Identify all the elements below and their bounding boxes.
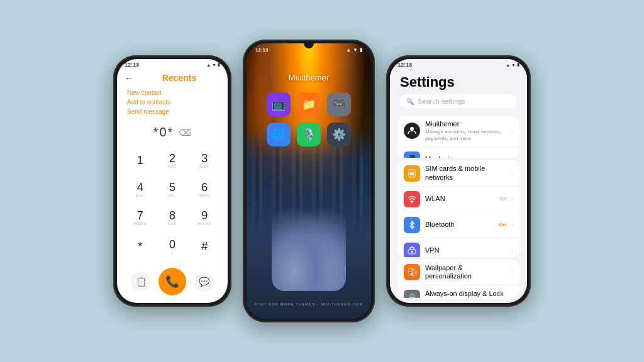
vpn-label: VPN — [425, 246, 506, 255]
bluetooth-label: Bluetooth — [425, 221, 494, 229]
battery-icon: ▮ — [218, 62, 220, 67]
dialer-screen: 12:13 ▲ ▼ ▮ ← Recents New contact Add to… — [117, 59, 228, 303]
vpn-text: VPN — [425, 246, 506, 255]
settings-item-wallpaper[interactable]: 🎨 Wallpaper & personalization › — [397, 260, 519, 285]
back-button[interactable]: ← — [125, 73, 133, 83]
settings-item-mydevice[interactable]: 📱 My device MIUI 12.5.5 › — [397, 147, 519, 158]
sim-text: SIM cards & mobile networks — [425, 165, 506, 181]
settings-title: Settings — [400, 74, 517, 90]
home-apps-row1: 📺 📁 🎮 — [247, 92, 371, 116]
dialer-keypad: 1 2ABC 3DEF 4GHI 5JKL 6MNO 7PQRS 8TUV 9W… — [117, 145, 228, 263]
signal-icon: ▲ — [206, 63, 211, 67]
wallpaper-icon: 🎨 — [404, 264, 420, 280]
battery-home-icon: ▮ — [360, 47, 362, 53]
account-label: Miuithemer — [425, 120, 506, 128]
key-5[interactable]: 5JKL — [157, 176, 187, 204]
key-8[interactable]: 8TUV — [157, 204, 187, 232]
settings-list: Miuithemer Manage accounts, cloud servic… — [390, 111, 527, 303]
key-4[interactable]: 4GHI — [125, 176, 155, 204]
app-icon-5[interactable]: 🎙️ — [297, 123, 321, 146]
status-icons-dialer: ▲ ▼ ▮ — [206, 62, 220, 67]
search-input[interactable]: Search settings — [418, 97, 465, 105]
wlan-text: WLAN — [425, 195, 494, 203]
search-icon: 🔍 — [406, 98, 414, 105]
backspace-button[interactable]: ⌫ — [179, 128, 191, 138]
home-user-label: Miuithemer — [247, 73, 371, 82]
contacts-button[interactable]: 📋 — [131, 272, 151, 292]
mydevice-text: My device — [425, 155, 475, 158]
svg-point-0 — [410, 127, 414, 131]
svg-rect-2 — [410, 172, 414, 175]
settings-item-vpn[interactable]: VPN › — [397, 238, 519, 257]
wlan-toggle: Off — [499, 196, 506, 202]
phone-settings: 12:13 ▲ ▼ ▮ Settings 🔍 Search settings — [386, 55, 531, 307]
settings-item-sim[interactable]: SIM cards & mobile networks › — [397, 160, 519, 186]
bluetooth-text: Bluetooth — [425, 221, 494, 229]
time-settings: 12:13 — [397, 62, 412, 68]
key-7[interactable]: 7PQRS — [125, 204, 155, 232]
key-3[interactable]: 3DEF — [189, 147, 220, 175]
app-icon-4[interactable]: 🌐 — [267, 123, 291, 146]
mydevice-badge: MIUI 12.5.5 — [480, 156, 506, 158]
phone-home: 12:13 ▲ ▼ ▮ Miuithemer 📺 📁 🎮 — [243, 40, 375, 322]
settings-account-card: Miuithemer Manage accounts, cloud servic… — [397, 116, 519, 158]
wlan-label: WLAN — [425, 195, 494, 203]
settings-network-card: SIM cards & mobile networks › WLAN Off — [397, 160, 519, 256]
add-to-contacts-action[interactable]: Add to contacts — [127, 99, 218, 106]
svg-point-3 — [411, 202, 413, 204]
wlan-icon — [404, 191, 420, 207]
new-contact-action[interactable]: New contact — [127, 89, 218, 96]
wallpaper-label: Wallpaper & personalization — [425, 264, 506, 280]
key-2[interactable]: 2ABC — [157, 147, 187, 175]
svg-point-5 — [411, 251, 413, 253]
home-screen: 12:13 ▲ ▼ ▮ Miuithemer 📺 📁 🎮 — [247, 43, 371, 319]
app-icon-2[interactable]: 📁 — [297, 92, 321, 116]
send-message-action[interactable]: Send message — [127, 108, 218, 115]
settings-item-wlan[interactable]: WLAN Off › — [397, 187, 519, 212]
bluetooth-arrow-icon: › — [511, 221, 513, 228]
wallpaper-text: Wallpaper & personalization — [425, 264, 506, 280]
signal-home-icon: ▲ — [346, 47, 351, 53]
app-icon-1[interactable]: 📺 — [267, 92, 291, 116]
wifi-icon: ▼ — [212, 63, 216, 67]
dialer-display: *0* ⌫ — [117, 120, 228, 145]
key-1[interactable]: 1 — [125, 147, 155, 175]
app-icon-6[interactable]: ⚙️ — [327, 123, 351, 146]
settings-item-miuithemer[interactable]: Miuithemer Manage accounts, cloud servic… — [397, 116, 519, 147]
lockscreen-text: Always-on display & Lock screen — [425, 290, 506, 298]
search-bar[interactable]: 🔍 Search settings — [400, 94, 517, 108]
signal-settings-icon: ▲ — [506, 63, 510, 67]
call-button[interactable]: 📞 — [158, 268, 186, 295]
wifi-home-icon: ▼ — [353, 47, 358, 53]
time-home: 12:13 — [255, 47, 268, 53]
messages-button[interactable]: 💬 — [194, 272, 214, 292]
mydevice-arrow-icon: › — [511, 156, 513, 158]
mydevice-label: My device — [425, 155, 475, 158]
key-0[interactable]: 0+ — [157, 233, 187, 261]
lockscreen-label: Always-on display & Lock screen — [425, 290, 506, 298]
account-text: Miuithemer Manage accounts, cloud servic… — [425, 120, 506, 142]
phones-container: 12:13 ▲ ▼ ▮ ← Recents New contact Add to… — [107, 0, 537, 362]
status-icons-settings: ▲ ▼ ▮ — [506, 62, 519, 67]
status-bar-settings: 12:13 ▲ ▼ ▮ — [390, 59, 527, 69]
bluetooth-icon — [404, 217, 420, 233]
key-hash[interactable]: # — [189, 233, 220, 261]
dialer-number: *0* — [153, 125, 174, 140]
settings-display-card: 🎨 Wallpaper & personalization › 🔒 Always… — [397, 260, 519, 298]
status-bar-dialer: 12:13 ▲ ▼ ▮ — [117, 59, 228, 69]
lockscreen-arrow-icon: › — [511, 295, 513, 298]
dialer-bottom-bar: 📋 📞 💬 — [117, 263, 228, 303]
settings-item-lockscreen[interactable]: 🔒 Always-on display & Lock screen › — [397, 285, 519, 298]
phone-dialer: 12:13 ▲ ▼ ▮ ← Recents New contact Add to… — [113, 55, 231, 307]
bluetooth-toggle: On — [499, 222, 506, 228]
key-6[interactable]: 6MNO — [189, 176, 220, 204]
watermark: VISIT FOR MORE THEMES • MIUITHEMER.COM — [247, 302, 371, 306]
dialer-title: Recents — [138, 73, 220, 83]
key-9[interactable]: 9WXYZ — [189, 204, 220, 232]
key-star[interactable]: * — [125, 233, 155, 261]
battery-settings-icon: ▮ — [517, 62, 519, 67]
dialer-actions: New contact Add to contacts Send message — [117, 87, 228, 118]
settings-item-bluetooth[interactable]: Bluetooth On › — [397, 212, 519, 238]
settings-header: Settings 🔍 Search settings — [390, 69, 527, 111]
app-icon-3[interactable]: 🎮 — [327, 92, 351, 116]
